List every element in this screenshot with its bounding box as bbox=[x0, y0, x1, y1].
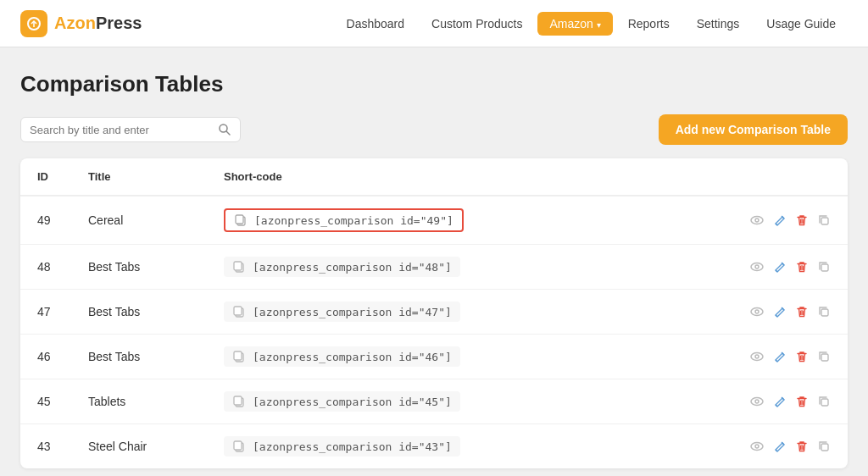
nav-item-amazon[interactable]: Amazon ▾ bbox=[537, 12, 612, 36]
view-icon[interactable] bbox=[749, 349, 765, 364]
edit-icon[interactable] bbox=[773, 440, 787, 453]
delete-icon[interactable] bbox=[795, 440, 809, 453]
svg-line-47 bbox=[776, 405, 777, 407]
svg-point-16 bbox=[755, 265, 759, 268]
col-header-title: Title bbox=[71, 158, 207, 196]
cell-id: 45 bbox=[20, 379, 71, 424]
shortcode-highlighted: [azonpress_comparison id="49"] bbox=[224, 208, 464, 232]
header: AzonPress Dashboard Custom Products Amaz… bbox=[0, 0, 868, 47]
cell-actions bbox=[732, 245, 848, 290]
view-icon[interactable] bbox=[749, 304, 765, 319]
svg-point-55 bbox=[751, 443, 763, 451]
svg-point-46 bbox=[755, 400, 759, 403]
cell-id: 47 bbox=[20, 290, 71, 335]
copy-icon bbox=[232, 395, 246, 408]
edit-icon[interactable] bbox=[773, 305, 787, 318]
edit-icon[interactable] bbox=[773, 350, 787, 363]
nav-item-settings[interactable]: Settings bbox=[685, 12, 752, 36]
svg-line-7 bbox=[776, 224, 777, 225]
cell-title: Tablets bbox=[71, 379, 207, 424]
svg-line-2 bbox=[226, 131, 230, 135]
table-row: 47 Best Tabs [azonpress_comparison id="4… bbox=[20, 290, 848, 335]
delete-icon[interactable] bbox=[795, 350, 809, 363]
shortcode-normal: [azonpress_comparison id="45"] bbox=[224, 391, 460, 412]
svg-line-27 bbox=[776, 315, 777, 317]
shortcode-normal: [azonpress_comparison id="46"] bbox=[224, 346, 460, 367]
table-header-row: ID Title Short-code bbox=[20, 158, 848, 196]
svg-point-25 bbox=[751, 308, 763, 316]
svg-point-56 bbox=[755, 445, 759, 448]
duplicate-icon[interactable] bbox=[817, 260, 831, 274]
cell-actions bbox=[732, 335, 848, 379]
cell-actions bbox=[732, 196, 848, 245]
nav-item-dashboard[interactable]: Dashboard bbox=[335, 12, 417, 36]
svg-line-17 bbox=[776, 270, 777, 272]
logo-text: AzonPress bbox=[54, 14, 142, 33]
duplicate-icon[interactable] bbox=[817, 350, 831, 363]
logo: AzonPress bbox=[20, 10, 142, 37]
svg-rect-42 bbox=[821, 354, 828, 361]
delete-icon[interactable] bbox=[795, 395, 809, 408]
edit-icon[interactable] bbox=[773, 260, 787, 274]
comparison-table-container: ID Title Short-code 49 Cereal [azonpress… bbox=[20, 158, 848, 468]
svg-rect-12 bbox=[821, 218, 828, 224]
svg-rect-32 bbox=[821, 309, 828, 316]
edit-icon[interactable] bbox=[773, 395, 787, 408]
view-icon[interactable] bbox=[749, 213, 765, 228]
copy-icon bbox=[232, 440, 246, 453]
cell-shortcode: [azonpress_comparison id="49"] bbox=[207, 196, 732, 245]
svg-rect-54 bbox=[234, 441, 242, 450]
col-header-shortcode: Short-code bbox=[207, 158, 732, 196]
svg-point-5 bbox=[751, 217, 763, 224]
shortcode-text: [azonpress_comparison id="47"] bbox=[253, 306, 452, 318]
col-header-actions bbox=[732, 158, 848, 196]
svg-rect-24 bbox=[234, 307, 242, 315]
chevron-down-icon: ▾ bbox=[597, 20, 601, 30]
svg-rect-14 bbox=[234, 262, 242, 270]
shortcode-text: [azonpress_comparison id="49"] bbox=[254, 214, 453, 227]
add-comparison-table-button[interactable]: Add new Comparison Table bbox=[659, 114, 848, 145]
shortcode-normal: [azonpress_comparison id="47"] bbox=[224, 302, 460, 322]
svg-rect-4 bbox=[236, 215, 243, 224]
svg-rect-22 bbox=[821, 264, 828, 271]
duplicate-icon[interactable] bbox=[817, 395, 831, 408]
table-row: 43 Steel Chair [azonpress_comparison id=… bbox=[20, 424, 848, 469]
shortcode-text: [azonpress_comparison id="45"] bbox=[253, 396, 452, 408]
logo-icon bbox=[20, 10, 47, 37]
search-icon bbox=[218, 123, 231, 136]
table-row: 46 Best Tabs [azonpress_comparison id="4… bbox=[20, 335, 848, 379]
cell-id: 46 bbox=[20, 335, 71, 379]
duplicate-icon[interactable] bbox=[817, 440, 831, 453]
shortcode-normal: [azonpress_comparison id="48"] bbox=[224, 257, 460, 277]
nav-item-usage-guide[interactable]: Usage Guide bbox=[754, 12, 848, 36]
search-input[interactable] bbox=[30, 124, 213, 136]
search-button[interactable] bbox=[218, 123, 231, 136]
cell-title: Best Tabs bbox=[71, 290, 207, 335]
view-icon[interactable] bbox=[749, 259, 765, 274]
duplicate-icon[interactable] bbox=[817, 213, 831, 227]
view-icon[interactable] bbox=[749, 394, 765, 409]
svg-line-57 bbox=[776, 450, 777, 451]
duplicate-icon[interactable] bbox=[817, 305, 831, 318]
nav-item-reports[interactable]: Reports bbox=[616, 12, 682, 36]
comparison-table: ID Title Short-code 49 Cereal [azonpress… bbox=[20, 158, 848, 468]
svg-rect-44 bbox=[234, 396, 242, 405]
main-content: Comparison Tables Add new Comparison Tab… bbox=[0, 47, 868, 476]
cell-title: Best Tabs bbox=[71, 335, 207, 379]
nav-item-custom-products[interactable]: Custom Products bbox=[420, 12, 534, 36]
view-icon[interactable] bbox=[749, 439, 765, 454]
svg-point-35 bbox=[751, 353, 763, 361]
search-wrapper bbox=[20, 117, 241, 142]
edit-icon[interactable] bbox=[773, 213, 787, 227]
svg-point-45 bbox=[751, 398, 763, 406]
cell-actions bbox=[732, 424, 848, 469]
cell-shortcode: [azonpress_comparison id="46"] bbox=[207, 335, 732, 379]
main-nav: Dashboard Custom Products Amazon ▾ Repor… bbox=[335, 12, 848, 36]
delete-icon[interactable] bbox=[795, 213, 809, 227]
svg-point-6 bbox=[755, 219, 759, 222]
delete-icon[interactable] bbox=[795, 260, 809, 274]
copy-icon bbox=[232, 350, 246, 363]
cell-shortcode: [azonpress_comparison id="43"] bbox=[207, 424, 732, 469]
shortcode-text: [azonpress_comparison id="43"] bbox=[253, 440, 452, 453]
delete-icon[interactable] bbox=[795, 305, 809, 318]
